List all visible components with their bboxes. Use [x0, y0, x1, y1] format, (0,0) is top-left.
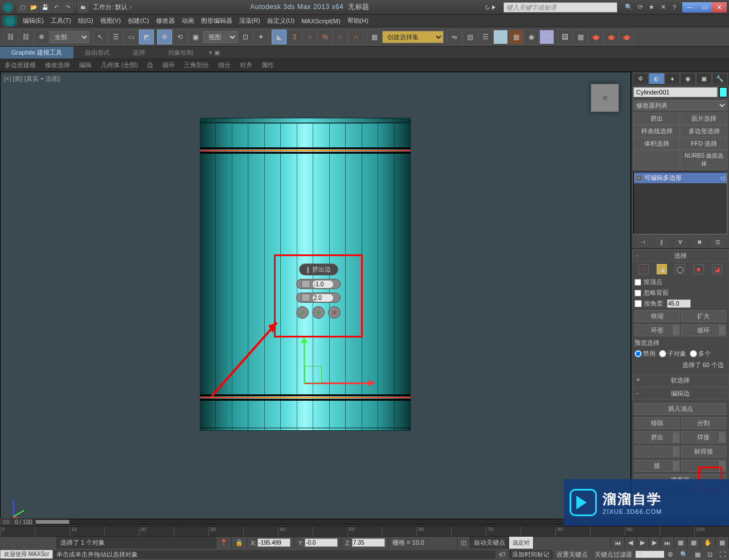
- tab-selection[interactable]: 选择: [121, 47, 157, 59]
- object-name-field[interactable]: [633, 87, 718, 97]
- y-coord-field[interactable]: Y:: [294, 537, 342, 549]
- script-listener[interactable]: [0, 537, 57, 549]
- snap-5-icon[interactable]: ∩: [349, 30, 363, 44]
- open-icon[interactable]: 📂: [28, 2, 39, 13]
- maximize-button[interactable]: ▭: [697, 2, 712, 13]
- curve-editor-icon[interactable]: ◫: [493, 30, 508, 44]
- z-coord-field[interactable]: Z:: [342, 537, 389, 549]
- ref-coord-system[interactable]: 视图: [203, 31, 237, 43]
- ring-button[interactable]: 环形: [634, 324, 680, 336]
- move-icon[interactable]: ✥: [157, 30, 172, 44]
- undo-icon[interactable]: ↶: [51, 2, 62, 13]
- menu-maxscript[interactable]: MAXScript(M): [298, 16, 343, 26]
- isolate-icon[interactable]: ◫: [457, 537, 470, 549]
- window-crossing-icon[interactable]: ◩: [139, 30, 154, 44]
- nav-fov-icon[interactable]: ⊡: [704, 551, 716, 558]
- x-coord-field[interactable]: X:: [247, 537, 294, 549]
- insert-vertex-button[interactable]: 插入顶点: [634, 403, 726, 415]
- named-selection-icon[interactable]: ▦: [367, 30, 382, 44]
- frame-field[interactable]: 0: [636, 551, 664, 558]
- new-icon[interactable]: ▢: [17, 2, 27, 13]
- extrude-settings-icon[interactable]: [673, 433, 679, 442]
- redo-icon[interactable]: ↷: [63, 2, 73, 13]
- prev-frame-icon[interactable]: ◀: [625, 537, 637, 549]
- mod-btn-ffd[interactable]: FFD 选择: [681, 138, 727, 150]
- add-time-tag[interactable]: 添加时间标记: [509, 550, 553, 559]
- save-icon[interactable]: 💾: [40, 2, 50, 13]
- rollout-selection[interactable]: -选择: [632, 250, 728, 262]
- ignore-back-checkbox[interactable]: 忽略背面: [634, 287, 726, 298]
- rollout-edit-edges[interactable]: -编辑边: [632, 388, 728, 400]
- unique-icon[interactable]: ∀: [675, 237, 686, 246]
- help-icon[interactable]: ?: [670, 3, 679, 12]
- motion-tab-icon[interactable]: ◉: [680, 73, 696, 84]
- grow-button[interactable]: 扩大: [681, 310, 727, 322]
- shrink-button[interactable]: 收缩: [634, 310, 680, 322]
- menu-customize[interactable]: 自定义(U): [264, 15, 298, 27]
- render-prod-icon[interactable]: 🫖: [619, 30, 634, 44]
- nav-zoomall-icon[interactable]: ▦: [691, 551, 704, 558]
- workspace-label[interactable]: 工作台: 默认: [93, 3, 128, 11]
- modifier-list[interactable]: 修改器列表: [633, 100, 727, 110]
- target-weld-button[interactable]: 标焊接: [681, 446, 727, 458]
- mirror-icon[interactable]: ⇋: [447, 30, 462, 44]
- mod-btn-spline[interactable]: 样条线选择: [633, 125, 680, 137]
- rotate-icon[interactable]: ⟲: [173, 30, 187, 44]
- tab-paint[interactable]: 对象绘制: [157, 47, 204, 59]
- nav-max-icon[interactable]: ⛶: [716, 551, 729, 558]
- dope-sheet-icon[interactable]: 〰: [539, 30, 554, 44]
- nav-2-icon[interactable]: ▦: [687, 537, 701, 549]
- autokey-button[interactable]: 自动关键点: [470, 537, 509, 549]
- layers-icon[interactable]: ☰: [478, 30, 493, 44]
- remove-button[interactable]: 移除: [634, 417, 680, 429]
- vertex-subobj-icon[interactable]: ∴: [638, 264, 649, 274]
- nav-4-icon[interactable]: ▦: [716, 537, 729, 549]
- caddy-apply-icon[interactable]: +: [312, 306, 325, 319]
- remove-mod-icon[interactable]: ✖: [694, 237, 705, 246]
- render-icon[interactable]: 🫖: [588, 30, 603, 44]
- link-icon[interactable]: ⛓: [3, 30, 18, 44]
- schematic-icon[interactable]: ▦: [509, 30, 523, 44]
- tab-graphite[interactable]: Graphite 建模工具: [0, 47, 73, 59]
- time-slider-thumb[interactable]: [35, 520, 69, 524]
- mod-btn-vol[interactable]: 体积选择: [633, 138, 680, 150]
- tab-freeform[interactable]: 自由形式: [73, 47, 121, 59]
- search-input[interactable]: [503, 2, 617, 13]
- bridge-button[interactable]: 接: [634, 460, 680, 472]
- mod-btn-nurbs[interactable]: NURBS 曲面选择: [681, 150, 727, 170]
- chamfer-button[interactable]: [634, 446, 680, 458]
- time-config-icon[interactable]: ⚙: [664, 551, 677, 558]
- render-last-icon[interactable]: 🫖: [604, 30, 619, 44]
- select-icon[interactable]: ↖: [93, 30, 108, 44]
- modifier-stack[interactable]: + 可编辑多边形 ◁: [633, 172, 727, 234]
- minimize-button[interactable]: ─: [682, 2, 697, 13]
- time-tag-icon[interactable]: 🏷: [495, 551, 509, 558]
- align-icon[interactable]: ▤: [462, 30, 477, 44]
- angle-field[interactable]: [667, 299, 691, 308]
- mod-btn-empty[interactable]: [633, 150, 680, 170]
- create-tab-icon[interactable]: ✲: [633, 73, 649, 84]
- snap-4-icon[interactable]: ∩: [333, 30, 348, 44]
- viewport-label[interactable]: [+] [前] [真实 + 边面]: [4, 75, 60, 83]
- render-setup-icon[interactable]: 🖼: [558, 30, 572, 44]
- display-tab-icon[interactable]: ▣: [696, 73, 712, 84]
- configure-icon[interactable]: ☰: [713, 237, 723, 246]
- caddy-title[interactable]: ‖挤出边: [299, 263, 338, 275]
- manipulate-icon[interactable]: ✦: [253, 30, 268, 44]
- extrude-height-field[interactable]: [296, 279, 341, 289]
- menu-group[interactable]: 组(G): [75, 15, 97, 27]
- mod-btn-poly[interactable]: 多边形选择: [681, 125, 727, 137]
- preview-multi-radio[interactable]: 多个: [690, 349, 711, 358]
- lock-selection-icon[interactable]: 📍: [216, 537, 232, 549]
- show-end-icon[interactable]: ‖: [657, 237, 667, 246]
- app-menu-icon[interactable]: [2, 15, 17, 27]
- element-subobj-icon[interactable]: ◪: [712, 264, 722, 274]
- caddy-cancel-icon[interactable]: ✕: [328, 306, 341, 319]
- stack-item-editable-poly[interactable]: + 可编辑多边形 ◁: [634, 172, 727, 183]
- binoculars-icon[interactable]: 🔍: [624, 3, 633, 12]
- pivot-icon[interactable]: ⊡: [238, 30, 253, 44]
- nav-3-icon[interactable]: ✋: [701, 537, 716, 549]
- snap-toggle-icon[interactable]: ◣: [272, 30, 286, 44]
- key-filters-button[interactable]: 关键点过滤器: [591, 550, 636, 559]
- lock-icon[interactable]: 🔒: [232, 537, 247, 549]
